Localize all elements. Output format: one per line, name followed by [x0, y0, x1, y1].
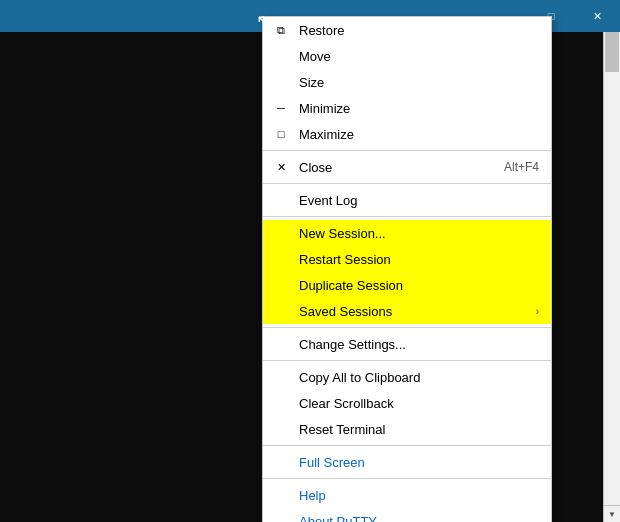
- menu-item-minimize-label: Minimize: [299, 101, 539, 116]
- menu-item-restart-session-label: Restart Session: [299, 252, 539, 267]
- menu-item-size[interactable]: Size: [263, 69, 551, 95]
- menu-item-close-label: Close: [299, 160, 484, 175]
- menu-item-minimize[interactable]: ─ Minimize: [263, 95, 551, 121]
- menu-item-clear-scrollback-label: Clear Scrollback: [299, 396, 539, 411]
- restore-icon: ⧉: [271, 24, 291, 37]
- separator-1: [263, 150, 551, 151]
- menu-item-restart-session[interactable]: Restart Session: [263, 246, 551, 272]
- cursor-indicator: ↖: [256, 10, 271, 32]
- scrollbar-thumb[interactable]: [605, 32, 619, 72]
- separator-2: [263, 183, 551, 184]
- close-button[interactable]: ✕: [574, 0, 620, 32]
- menu-item-help[interactable]: Help: [263, 482, 551, 508]
- menu-item-move-label: Move: [299, 49, 539, 64]
- menu-item-about-putty-label: About PuTTY: [299, 514, 539, 523]
- menu-item-maximize-label: Maximize: [299, 127, 539, 142]
- menu-item-full-screen-label: Full Screen: [299, 455, 539, 470]
- menu-item-change-settings[interactable]: Change Settings...: [263, 331, 551, 357]
- menu-item-event-log[interactable]: Event Log: [263, 187, 551, 213]
- menu-item-size-label: Size: [299, 75, 539, 90]
- minimize-icon: ─: [271, 102, 291, 114]
- close-icon: ✕: [271, 161, 291, 174]
- menu-item-copy-all-label: Copy All to Clipboard: [299, 370, 539, 385]
- scrollbar-down-arrow[interactable]: ▼: [604, 505, 620, 522]
- menu-item-reset-terminal[interactable]: Reset Terminal: [263, 416, 551, 442]
- menu-item-close[interactable]: ✕ Close Alt+F4: [263, 154, 551, 180]
- menu-item-restore-label: Restore: [299, 23, 539, 38]
- context-menu: ⧉ Restore Move Size ─ Minimize □ Maximiz…: [262, 16, 552, 522]
- menu-item-move[interactable]: Move: [263, 43, 551, 69]
- separator-4: [263, 327, 551, 328]
- menu-item-maximize[interactable]: □ Maximize: [263, 121, 551, 147]
- menu-item-saved-sessions-label: Saved Sessions: [299, 304, 536, 319]
- menu-item-copy-all[interactable]: Copy All to Clipboard: [263, 364, 551, 390]
- menu-item-full-screen[interactable]: Full Screen: [263, 449, 551, 475]
- close-shortcut: Alt+F4: [484, 160, 539, 174]
- scrollbar[interactable]: ▼: [603, 32, 620, 522]
- separator-5: [263, 360, 551, 361]
- maximize-icon: □: [271, 128, 291, 140]
- menu-item-change-settings-label: Change Settings...: [299, 337, 539, 352]
- menu-item-reset-terminal-label: Reset Terminal: [299, 422, 539, 437]
- menu-item-duplicate-session[interactable]: Duplicate Session: [263, 272, 551, 298]
- saved-sessions-arrow: ›: [536, 306, 539, 317]
- separator-3: [263, 216, 551, 217]
- menu-item-restore[interactable]: ⧉ Restore: [263, 17, 551, 43]
- menu-item-event-log-label: Event Log: [299, 193, 539, 208]
- separator-6: [263, 445, 551, 446]
- menu-item-new-session[interactable]: New Session...: [263, 220, 551, 246]
- menu-item-duplicate-session-label: Duplicate Session: [299, 278, 539, 293]
- separator-7: [263, 478, 551, 479]
- menu-item-clear-scrollback[interactable]: Clear Scrollback: [263, 390, 551, 416]
- menu-item-new-session-label: New Session...: [299, 226, 539, 241]
- menu-item-help-label: Help: [299, 488, 539, 503]
- menu-item-about-putty[interactable]: About PuTTY: [263, 508, 551, 522]
- menu-item-saved-sessions[interactable]: Saved Sessions ›: [263, 298, 551, 324]
